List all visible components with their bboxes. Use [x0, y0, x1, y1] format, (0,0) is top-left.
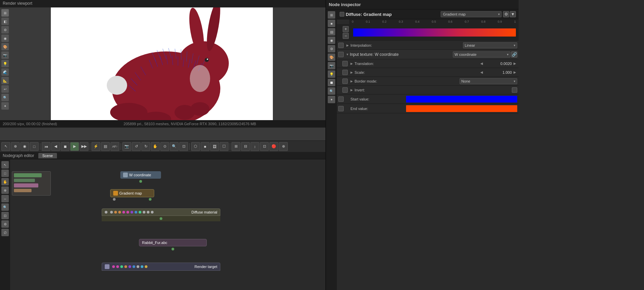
nodegraph-canvas[interactable]: W coordinate Gradient map [10, 159, 325, 290]
rt-in-8[interactable] [141, 265, 143, 268]
w-coordinate-node[interactable]: W coordinate [120, 171, 161, 184]
tb-af[interactable]: AF↑ [110, 142, 119, 151]
dm-in-7[interactable] [135, 211, 137, 214]
border-expand[interactable]: ▶ [349, 79, 354, 84]
sidebar-mat-icon[interactable]: 🎨 [1, 43, 9, 50]
tb-prev[interactable]: ◀ [51, 142, 60, 151]
interp-checkbox[interactable] [338, 43, 344, 48]
dm-in-10[interactable] [147, 211, 149, 214]
gm-output-dot[interactable] [149, 198, 152, 201]
rs-icon-10[interactable]: 🔍 [328, 87, 335, 95]
interpolation-select[interactable]: Linear Constant Cubic [463, 42, 517, 48]
tb-shape[interactable]: □ [30, 142, 39, 151]
sidebar-undo-icon[interactable]: ↩ [1, 85, 9, 93]
gradient-map-node[interactable]: Gradient map [110, 189, 154, 201]
sidebar-fx-icon[interactable]: ✦ [1, 102, 9, 110]
tb-extra2[interactable]: ⊟ [241, 142, 250, 151]
sidebar-scene-icon[interactable]: ◉ [1, 35, 9, 42]
trans-arrow-right[interactable]: ▶ [512, 61, 517, 66]
sidebar-cam-icon[interactable]: 📷 [1, 51, 9, 59]
rt-in-1[interactable] [112, 265, 115, 268]
tb-cursor[interactable]: ↖ [1, 142, 10, 151]
tb-solid[interactable]: ■ [201, 142, 209, 151]
tb-grid[interactable]: ▤ [101, 142, 110, 151]
ng-extra-icon[interactable]: ∅ [1, 229, 9, 236]
tb-full[interactable]: ☐ [220, 142, 228, 151]
interp-expand[interactable]: ▶ [345, 43, 350, 48]
tb-play[interactable]: ▶ [70, 142, 79, 151]
ng-zoom-icon[interactable]: 🔍 [1, 203, 9, 211]
input-texture-select[interactable]: W coordinate [453, 51, 510, 58]
rs-icon-11[interactable]: ✦ [328, 96, 335, 103]
rt-in-6[interactable] [133, 265, 135, 268]
start-color-bar[interactable] [406, 96, 517, 103]
input-tex-checkbox[interactable] [338, 52, 344, 57]
tb-rotate-left[interactable]: ↺ [132, 142, 141, 151]
dm-in-4[interactable] [122, 211, 125, 214]
ng-add-icon[interactable]: ⊕ [1, 186, 9, 194]
rs-icon-1[interactable]: ⊞ [328, 11, 335, 19]
diffuse-material-node[interactable]: Diffuse material [102, 208, 220, 221]
render-target-node[interactable]: Render target [102, 263, 220, 271]
end-color-bar[interactable] [406, 105, 517, 112]
tb-fit[interactable]: ⊡ [179, 142, 188, 151]
dm-in-1[interactable] [110, 211, 113, 214]
scale-expand[interactable]: ▶ [349, 70, 354, 75]
tb-lightning[interactable]: ⚡ [92, 142, 100, 151]
start-val-checkbox[interactable] [338, 96, 344, 102]
input-tex-expand[interactable]: ▼ [345, 52, 350, 57]
trans-checkbox[interactable] [342, 61, 348, 66]
ng-cursor-icon[interactable]: ↖ [1, 161, 9, 169]
sidebar-render-icon[interactable]: ⊞ [1, 9, 9, 17]
trans-expand[interactable]: ▶ [349, 61, 354, 66]
rt-in-9[interactable] [145, 265, 147, 268]
remove-gradient-stop-btn[interactable]: − [343, 33, 349, 39]
dm-in-2[interactable] [114, 211, 117, 214]
rt-in-3[interactable] [120, 265, 123, 268]
tb-next[interactable]: ▶▶ [80, 142, 88, 151]
dm-in-11[interactable] [151, 211, 154, 214]
sidebar-settings-icon[interactable]: ⚙ [1, 26, 9, 34]
invert-checkbox[interactable] [342, 87, 348, 93]
header-settings-btn[interactable]: ⚙ [503, 11, 509, 17]
rs-icon-8[interactable]: 💡 [328, 70, 335, 78]
dm-in-5[interactable] [126, 211, 129, 214]
sidebar-layers-icon[interactable]: ◧ [1, 18, 9, 25]
rs-icon-4[interactable]: ◉ [328, 37, 335, 44]
dm-output-dot[interactable] [160, 217, 162, 220]
tb-zoom-in[interactable]: 🔍 [170, 142, 179, 151]
scale-checkbox[interactable] [342, 70, 348, 75]
tb-extra3[interactable]: ↕ [250, 142, 259, 151]
rt-in-4[interactable] [124, 265, 127, 268]
rt-in-7[interactable] [137, 265, 139, 268]
tb-pan[interactable]: ✋ [151, 142, 160, 151]
ng-connect-icon[interactable]: ↔ [1, 195, 9, 202]
sidebar-light-icon[interactable]: 💡 [1, 60, 9, 67]
dm-in-9[interactable] [143, 211, 145, 214]
rs-icon-9[interactable]: 🔲 [328, 79, 335, 86]
invert-toggle[interactable] [512, 87, 517, 93]
tb-rotate-right[interactable]: ↻ [141, 142, 150, 151]
rf-output-dot[interactable] [172, 248, 174, 250]
trans-arrow-left[interactable]: ◀ [479, 61, 484, 66]
dm-in-8[interactable] [139, 211, 141, 214]
scale-arrow-left[interactable]: ◀ [479, 70, 484, 75]
tb-extra5[interactable]: 🔴 [269, 142, 278, 151]
ng-select-icon[interactable]: □ [1, 170, 9, 177]
sidebar-env-icon[interactable]: 🌊 [1, 68, 9, 76]
border-mode-select[interactable]: None Clamp Repeat Mirror [460, 78, 517, 84]
rs-icon-7[interactable]: 📷 [328, 62, 335, 69]
header-expand-btn[interactable]: ▼ [510, 11, 516, 17]
inspector-dropdown[interactable]: Gradient map [441, 11, 502, 17]
tb-move[interactable]: ⊕ [11, 142, 20, 151]
rs-icon-2[interactable]: ■ [328, 20, 335, 27]
tb-select[interactable]: ◉ [20, 142, 29, 151]
tb-tex[interactable]: 🖼 [210, 142, 219, 151]
border-checkbox[interactable] [342, 79, 348, 84]
rs-icon-3[interactable]: ▤ [328, 28, 335, 36]
ng-settings-icon[interactable]: ⚙ [1, 220, 9, 228]
header-checkbox[interactable] [340, 12, 344, 17]
tb-stop[interactable]: ⏹ [61, 142, 69, 151]
input-tex-link-btn[interactable]: 🔗 [511, 51, 517, 58]
tb-extra4[interactable]: ⊡ [260, 142, 269, 151]
